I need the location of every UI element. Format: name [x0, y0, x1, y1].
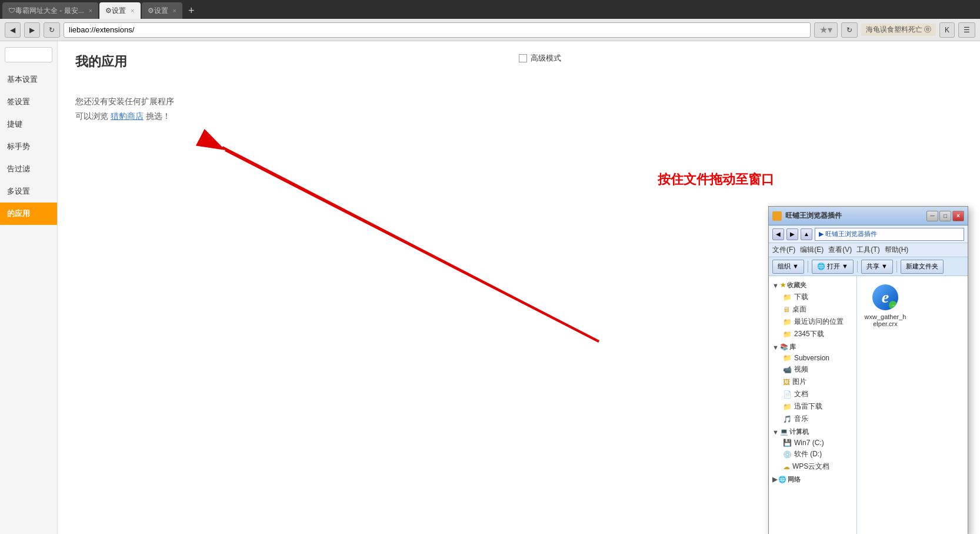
advanced-mode-label: 高级模式 — [531, 53, 561, 64]
explorer-toolbar: 组织 ▼ 🌐 打开 ▼ 共享 ▼ 新建文件夹 — [769, 257, 968, 276]
favorites-label: 收藏夹 — [787, 281, 806, 290]
tab-3[interactable]: ⚙ 设置 × — [142, 2, 182, 19]
sidebar-item-apps[interactable]: 的应用 — [0, 203, 57, 225]
tree-computer-items: 💾 Win7 (C:) 💿 软件 (D:) ☁ WPS云文档 — [769, 437, 856, 473]
no-extensions-message: 您还没有安装任何扩展程序 可以浏览 猎豹商店 挑选！ — [75, 94, 962, 124]
folder-icon: 📁 — [783, 403, 792, 411]
store-link[interactable]: 猎豹商店 — [111, 111, 144, 121]
file-item-crx[interactable]: e → wxw_gather_helper.crx — [862, 281, 909, 330]
refresh-button[interactable]: ↻ — [44, 22, 60, 38]
content-area: 我的应用 高级模式 您还没有安装任何扩展程序 可以浏览 猎豹商店 挑选！ — [58, 41, 980, 534]
no-ext-line2: 可以浏览 猎豹商店 挑选！ — [75, 109, 962, 124]
tree-item-2345[interactable]: 📁 2345下载 — [779, 328, 856, 340]
maximize-button[interactable]: □ — [939, 211, 951, 221]
new-tab-button[interactable]: + — [184, 2, 199, 19]
tree-item-subversion[interactable]: 📁 Subversion — [779, 353, 856, 363]
tree-item-downloads[interactable]: 📁 下载 — [779, 291, 856, 303]
tree-item-wps-cloud[interactable]: ☁ WPS云文档 — [779, 460, 856, 473]
folder-icon: 📁 — [783, 318, 792, 326]
tab-2-icon: ⚙ — [105, 6, 112, 15]
drive-icon: 💿 — [783, 450, 792, 459]
explorer-address-bar: ◀ ▶ ▲ ▶ 旺铺王浏览器插件 — [769, 225, 968, 243]
network-expand-icon: ▶ — [772, 476, 777, 483]
menu-view[interactable]: 查看(V) — [828, 245, 852, 255]
tree-item-xunlei[interactable]: 📁 迅雷下载 — [779, 400, 856, 413]
toolbar-open[interactable]: 🌐 打开 ▼ — [812, 260, 854, 274]
advanced-mode-checkbox[interactable] — [519, 54, 527, 62]
library-expand-icon: ▼ — [772, 344, 779, 351]
cloud-icon: ☁ — [783, 463, 790, 471]
menu-help[interactable]: 帮助(H) — [885, 245, 909, 255]
sidebar-item-more[interactable]: 多设置 — [0, 180, 57, 203]
explorer-main: ▼ ★ 收藏夹 📁 下载 🖥 桌面 — [769, 276, 968, 534]
tab-2-label: 设置 — [112, 6, 126, 16]
sidebar-item-filter[interactable]: 告过滤 — [0, 158, 57, 180]
tab-3-close[interactable]: × — [173, 7, 176, 14]
explorer-title-icon — [772, 211, 782, 221]
tree-item-documents[interactable]: 📄 文档 — [779, 388, 856, 400]
folder-icon: 🎵 — [783, 415, 792, 423]
explorer-titlebar: 旺铺王浏览器插件 ─ □ × — [769, 207, 968, 225]
sidebar-item-gesture[interactable]: 标手势 — [0, 135, 57, 158]
tree-item-recent[interactable]: 📁 最近访问的位置 — [779, 316, 856, 328]
tab-2[interactable]: ⚙ 设置 × — [99, 2, 140, 19]
tab-2-close[interactable]: × — [131, 7, 134, 14]
network-label: 网络 — [788, 475, 801, 484]
folder-icon: 📁 — [783, 293, 792, 301]
drag-instruction: 按住文件拖动至窗口 — [658, 171, 774, 188]
tree-item-c-drive[interactable]: 💾 Win7 (C:) — [779, 437, 856, 448]
advanced-mode-row: 高级模式 — [519, 53, 561, 64]
menu-file[interactable]: 文件(F) — [772, 245, 795, 255]
close-button[interactable]: × — [952, 211, 964, 221]
toolbar-share[interactable]: 共享 ▼ — [861, 260, 893, 274]
forward-button[interactable]: ▶ — [24, 22, 40, 38]
address-input[interactable] — [64, 22, 811, 38]
tree-favorites-header[interactable]: ▼ ★ 收藏夹 — [769, 278, 856, 291]
tree-computer-header[interactable]: ▼ 💻 计算机 — [769, 425, 856, 437]
back-button[interactable]: ◀ — [5, 22, 21, 38]
tree-item-videos[interactable]: 📹 视频 — [779, 363, 856, 376]
menu-tools[interactable]: 工具(T) — [856, 245, 879, 255]
tree-item-d-drive[interactable]: 💿 软件 (D:) — [779, 448, 856, 460]
no-ext-line1: 您还没有安装任何扩展程序 — [75, 94, 962, 109]
settings-btn[interactable]: ☰ — [958, 22, 975, 38]
toolbar-new-folder[interactable]: 新建文件夹 — [901, 260, 944, 274]
tab-1-close[interactable]: × — [89, 7, 92, 14]
toolbar-sep-1 — [808, 261, 808, 273]
computer-expand-icon: ▼ — [772, 429, 779, 436]
explorer-tree: ▼ ★ 收藏夹 📁 下载 🖥 桌面 — [769, 276, 857, 534]
tree-network-header[interactable]: ▶ 🌐 网络 — [769, 473, 856, 485]
sidebar-item-basic[interactable]: 基本设置 — [0, 68, 57, 91]
ie-arrow-badge: → — [889, 301, 897, 309]
tab-1-label: 毒霸网址大全 - 最安... — [15, 6, 84, 16]
folder-icon: 📹 — [783, 366, 792, 374]
browser-frame: 🛡 毒霸网址大全 - 最安... × ⚙ 设置 × ⚙ 设置 × + ◀ ▶ ↻… — [0, 0, 980, 534]
star-button[interactable]: ★▾ — [814, 22, 838, 38]
library-label: 库 — [789, 343, 796, 351]
folder-icon: 🖥 — [783, 306, 790, 314]
tree-item-music[interactable]: 🎵 音乐 — [779, 413, 856, 425]
explorer-up-button[interactable]: ▲ — [801, 228, 812, 240]
tab-1[interactable]: 🛡 毒霸网址大全 - 最安... × — [2, 2, 98, 19]
network-icon: 🌐 — [778, 476, 786, 483]
tab-3-icon: ⚙ — [148, 6, 154, 15]
sidebar-item-shortcut[interactable]: 捷键 — [0, 113, 57, 135]
library-icon: 📚 — [780, 343, 788, 351]
toolbar-organize[interactable]: 组织 ▼ — [772, 260, 804, 274]
menu-btn[interactable]: K — [939, 22, 955, 38]
explorer-forward-button[interactable]: ▶ — [786, 228, 798, 240]
folder-icon: 📁 — [783, 354, 792, 362]
folder-icon: 📁 — [783, 330, 792, 339]
sidebar-search-input[interactable] — [5, 47, 52, 62]
refresh-btn2[interactable]: ↻ — [841, 22, 858, 38]
menu-edit[interactable]: 编辑(E) — [800, 245, 824, 255]
explorer-window-controls: ─ □ × — [926, 211, 964, 221]
sidebar-item-tab[interactable]: 签设置 — [0, 91, 57, 113]
explorer-back-button[interactable]: ◀ — [772, 228, 784, 240]
sidebar: 基本设置 签设置 捷键 标手势 告过滤 多设置 的应用 — [0, 41, 58, 534]
tree-item-desktop[interactable]: 🖥 桌面 — [779, 303, 856, 316]
tree-item-pictures[interactable]: 🖼 图片 — [779, 376, 856, 388]
tree-library-header[interactable]: ▼ 📚 库 — [769, 340, 856, 353]
minimize-button[interactable]: ─ — [926, 211, 938, 221]
explorer-path[interactable]: ▶ 旺铺王浏览器插件 — [815, 228, 964, 241]
